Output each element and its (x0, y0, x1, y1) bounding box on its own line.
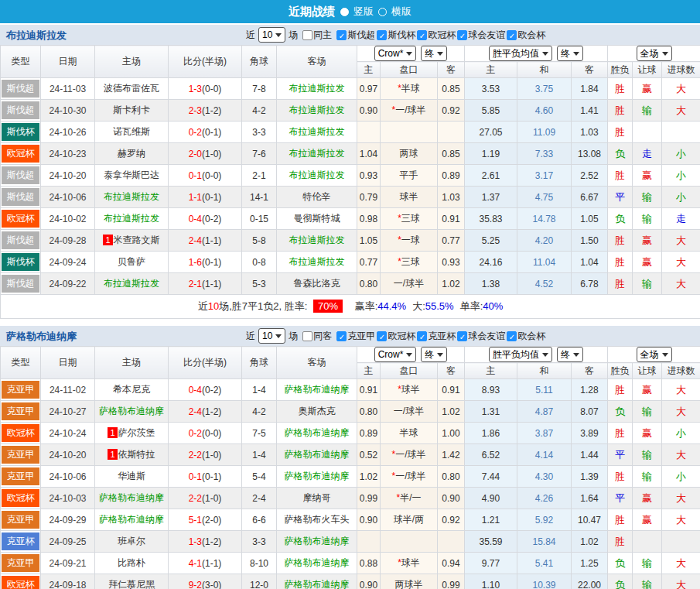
match-row: 斯伐超24-09-22布拉迪斯拉发2-1(1-1)5-3鲁森比洛克0.80一/球… (1, 273, 700, 295)
same-venue-filter[interactable]: 同客 (302, 330, 332, 343)
league-filter[interactable]: ✓斯伐超 (336, 29, 375, 42)
odds-source-select[interactable]: Crow* (374, 347, 417, 362)
score: 2-2(1-0) (169, 488, 242, 509)
checkbox-checked-icon[interactable]: ✓ (507, 331, 517, 341)
score: 1-3(1-2) (169, 531, 242, 553)
league-filter[interactable]: ✓斯伐杯 (377, 29, 415, 42)
handicap: *球半 (381, 379, 438, 401)
score: 4-1(1-1) (169, 553, 242, 574)
result-handicap: 赢 (633, 165, 662, 187)
checkbox-unchecked-icon[interactable] (302, 30, 312, 40)
away-water: 0.99 (438, 574, 465, 589)
away-team: 鲁森比洛克 (277, 273, 357, 295)
subcol-avg-lose: 客 (572, 363, 608, 379)
result-outcome: 平 (608, 444, 633, 466)
radio-unselected-icon[interactable] (378, 8, 387, 16)
checkbox-checked-icon[interactable]: ✓ (457, 331, 467, 341)
same-venue-filter[interactable]: 同主 (302, 29, 332, 42)
handicap: *三球 (381, 252, 438, 273)
match-row: 斯伐超24-10-30斯卡利卡2-3(1-2)4-2布拉迪斯拉发0.90*一/球… (1, 100, 700, 122)
avg-win: 27.05 (465, 122, 517, 143)
league-badge: 欧冠杯 (1, 574, 41, 589)
avg-draw: 3.75 (517, 78, 572, 100)
home-water: 0.99 (357, 488, 381, 509)
checkbox-checked-icon[interactable]: ✓ (377, 30, 387, 40)
away-team: 萨格勒布迪纳摩 (277, 423, 357, 444)
league-filter-label: 球会友谊 (468, 29, 505, 42)
match-row: 克亚甲24-09-21比路朴4-1(1-1)8-10萨格勒布迪纳摩0.88*球半… (1, 553, 700, 574)
avg-win: 24.16 (465, 252, 517, 273)
match-count-select[interactable]: 10 (258, 328, 285, 344)
checkbox-checked-icon[interactable]: ✓ (507, 30, 517, 40)
home-water: 0.91 (357, 379, 381, 401)
avg-win: 2.61 (465, 165, 517, 187)
match-row: 克亚甲24-11-02希本尼克0-4(0-2)1-4萨格勒布迪纳摩0.91*球半… (1, 379, 700, 401)
league-filter[interactable]: ✓欧冠杯 (377, 330, 415, 343)
radio-selected-icon[interactable] (340, 8, 349, 16)
result-handicap: 输 (633, 574, 662, 589)
away-water: 0.92 (438, 509, 465, 531)
avg-lose: 1.02 (572, 531, 608, 553)
avg-source-select[interactable]: 胜平负均值 (489, 46, 552, 61)
match-row: 克亚甲24-09-29萨格勒布迪纳摩5-1(2-0)6-6萨格勒布火车头0.90… (1, 509, 700, 531)
checkbox-unchecked-icon[interactable] (302, 331, 312, 341)
avg-source-select[interactable]: 胜平负均值 (489, 347, 552, 362)
result-outcome: 胜 (608, 100, 633, 122)
scope-select[interactable]: 全场 (637, 46, 672, 61)
league-filter[interactable]: ✓欧会杯 (507, 330, 545, 343)
chevron-down-icon (542, 52, 548, 59)
radio-horizontal-label[interactable]: 横版 (391, 5, 411, 19)
avg-win: 5.85 (465, 100, 517, 122)
radio-vertical-label[interactable]: 竖版 (353, 5, 374, 19)
home-water: 0.97 (357, 78, 381, 100)
avg-draw: 5.92 (517, 509, 572, 531)
away-team: 萨格勒布迪纳摩 (277, 466, 357, 488)
home-water: 0.90 (357, 509, 381, 531)
section-team-2: 萨格勒布迪纳摩 近 10 场 同客 ✓克亚甲✓欧冠杯✓克亚杯✓球会友谊✓欧会杯 … (0, 326, 700, 589)
handicap: 球半/两 (381, 509, 438, 531)
odds-period-select[interactable]: 终 (421, 347, 447, 362)
away-team: 布拉迪斯拉发 (277, 230, 357, 252)
result-goals: 大 (662, 252, 700, 273)
avg-draw: 4.87 (517, 401, 572, 423)
result-outcome: 胜 (608, 509, 633, 531)
result-goals: 大 (662, 509, 700, 531)
away-water: 0.93 (438, 252, 465, 273)
odds-source-select[interactable]: Crow* (374, 46, 417, 61)
league-badge: 克亚甲 (1, 509, 41, 531)
league-filter[interactable]: ✓球会友谊 (457, 330, 505, 343)
match-date: 24-09-28 (41, 230, 95, 252)
match-count-select[interactable]: 10 (258, 27, 285, 43)
checkbox-checked-icon[interactable]: ✓ (377, 331, 387, 341)
away-water: 0.92 (438, 100, 465, 122)
avg-draw: 11.04 (517, 252, 572, 273)
avg-draw: 14.78 (517, 208, 572, 230)
league-filter[interactable]: ✓欧冠杯 (417, 29, 456, 42)
away-team: 布拉迪斯拉发 (277, 143, 357, 165)
avg-period-select[interactable]: 终 (557, 347, 583, 362)
league-filter[interactable]: ✓球会友谊 (457, 29, 505, 42)
away-water: 0.91 (438, 208, 465, 230)
result-outcome: 胜 (608, 466, 633, 488)
score: 0-2(0-0) (169, 423, 242, 444)
red-card-badge: 1 (108, 427, 117, 438)
avg-win: 1.38 (465, 273, 517, 295)
home-water (357, 531, 381, 553)
odds-period-select[interactable]: 终 (421, 46, 447, 61)
checkbox-checked-icon[interactable]: ✓ (336, 30, 347, 40)
avg-draw: 7.33 (517, 143, 572, 165)
league-filter[interactable]: ✓克亚杯 (417, 330, 456, 343)
team-name-title: 萨格勒布迪纳摩 (6, 330, 77, 344)
corner-score: 5-3 (242, 273, 277, 295)
checkbox-checked-icon[interactable]: ✓ (417, 331, 427, 341)
scope-select[interactable]: 全场 (637, 347, 672, 362)
avg-period-select[interactable]: 终 (557, 46, 583, 61)
chevron-down-icon (275, 334, 282, 341)
league-filter-label: 欧冠杯 (388, 330, 415, 343)
checkbox-checked-icon[interactable]: ✓ (417, 30, 427, 40)
league-filter[interactable]: ✓欧会杯 (507, 29, 545, 42)
league-filter[interactable]: ✓克亚甲 (336, 330, 375, 343)
checkbox-checked-icon[interactable]: ✓ (336, 331, 347, 341)
checkbox-checked-icon[interactable]: ✓ (457, 30, 467, 40)
away-team: 萨格勒布迪纳摩 (277, 574, 357, 589)
